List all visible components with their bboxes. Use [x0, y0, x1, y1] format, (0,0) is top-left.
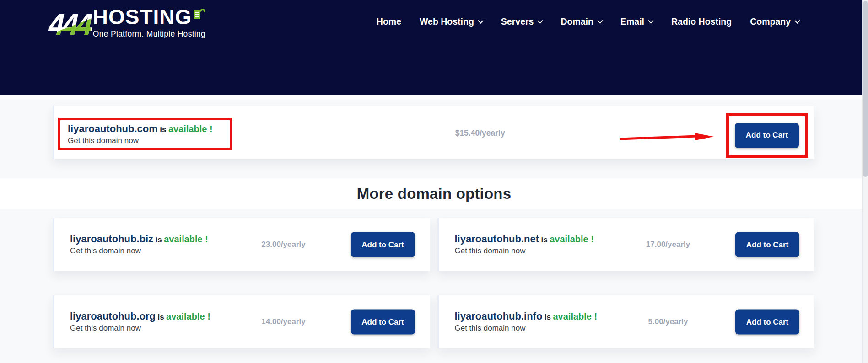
domain-result-card: liyaroautohub.com is available ! Get thi… [53, 106, 814, 159]
chevron-down-icon [478, 18, 484, 24]
chevron-down-icon [648, 18, 654, 24]
scrollbar-track[interactable] [862, 0, 868, 363]
hosting-server-icon [193, 6, 205, 20]
domain-result-text: liyaroautohub.org is available ! Get thi… [70, 310, 210, 333]
domain-price: 23.00/yearly [261, 240, 305, 249]
add-to-cart-button[interactable]: Add to Cart [735, 310, 799, 335]
nav-label: Web Hosting [420, 16, 474, 27]
scrollbar-thumb[interactable] [863, 1, 868, 177]
domain-name: liyaroautohub.net [455, 233, 539, 245]
chevron-down-icon [794, 18, 800, 24]
nav-label: Company [750, 16, 791, 27]
availability-status: available ! [550, 234, 594, 244]
domain-subtitle: Get this domain now [455, 246, 594, 256]
domain-result-text: liyaroautohub.net is available ! Get thi… [455, 233, 594, 256]
nav-item-domain[interactable]: Domain [561, 16, 602, 27]
nav-item-servers[interactable]: Servers [501, 16, 543, 27]
logo-444: 444 444 [49, 11, 91, 39]
connector-text: is [160, 125, 166, 134]
domain-name: liyaroautohub.info [455, 310, 543, 322]
annotation-box-button: Add to Cart [726, 113, 808, 158]
nav-label: Radio Hosting [671, 16, 732, 27]
domain-result-text: liyaroautohub.info is available ! Get th… [455, 310, 598, 333]
availability-status: available ! [164, 234, 208, 244]
main-nav: Home Web Hosting Servers Domain Email Ra… [377, 16, 799, 27]
nav-item-home[interactable]: Home [377, 16, 401, 27]
annotation-box-domain: liyaroautohub.com is available ! Get thi… [58, 118, 232, 150]
nav-item-web-hosting[interactable]: Web Hosting [420, 16, 483, 27]
nav-item-radio-hosting[interactable]: Radio Hosting [671, 16, 732, 27]
annotation-arrow [618, 132, 715, 142]
availability-status: available ! [168, 124, 213, 134]
domain-price: 14.00/yearly [261, 317, 305, 326]
nav-item-company[interactable]: Company [750, 16, 799, 27]
nav-label: Home [377, 16, 401, 27]
domain-price: 5.00/yearly [648, 317, 688, 326]
domain-name: liyaroautohub.com [68, 123, 158, 134]
add-to-cart-button[interactable]: Add to Cart [735, 232, 799, 257]
domain-subtitle: Get this domain now [68, 136, 213, 145]
chevron-down-icon [538, 18, 544, 24]
domain-option-card-net: liyaroautohub.net is available ! Get thi… [437, 218, 815, 271]
chevron-down-icon [597, 18, 603, 24]
logo-name: HOSTING [93, 6, 192, 27]
site-header: 444 444 HOSTING One Platform. Multiple H… [0, 0, 868, 95]
domain-name: liyaroautohub.org [70, 310, 156, 322]
add-to-cart-button[interactable]: Add to Cart [735, 123, 799, 148]
domain-options-section: liyaroautohub.biz is available ! Get thi… [0, 209, 868, 363]
domain-subtitle: Get this domain now [455, 324, 598, 333]
logo-text: HOSTING One Platform. Multiple Hosting [93, 6, 206, 39]
domain-subtitle: Get this domain now [70, 246, 208, 256]
domain-option-card-biz: liyaroautohub.biz is available ! Get thi… [53, 218, 430, 271]
domain-option-card-org: liyaroautohub.org is available ! Get thi… [53, 295, 430, 348]
add-to-cart-button[interactable]: Add to Cart [351, 232, 415, 257]
availability-status: available ! [166, 311, 210, 321]
connector-text: is [156, 235, 162, 244]
domain-result-text: liyaroautohub.com is available ! Get thi… [68, 123, 213, 145]
add-to-cart-button[interactable]: Add to Cart [351, 310, 415, 335]
connector-text: is [541, 235, 548, 244]
domain-name: liyaroautohub.biz [70, 233, 153, 245]
page: 444 444 HOSTING One Platform. Multiple H… [0, 0, 868, 363]
domain-price: 17.00/yearly [646, 240, 690, 249]
nav-label: Servers [501, 16, 534, 27]
domain-option-card-info: liyaroautohub.info is available ! Get th… [437, 295, 815, 348]
domain-subtitle: Get this domain now [70, 324, 210, 333]
nav-item-email[interactable]: Email [620, 16, 653, 27]
domain-options-grid: liyaroautohub.biz is available ! Get thi… [53, 218, 814, 348]
search-result-section: liyaroautohub.com is available ! Get thi… [0, 100, 868, 178]
domain-price: $15.40/yearly [455, 128, 505, 138]
connector-text: is [545, 313, 551, 321]
availability-status: available ! [553, 311, 597, 321]
domain-result-text: liyaroautohub.biz is available ! Get thi… [70, 233, 208, 256]
brand-logo[interactable]: 444 444 HOSTING One Platform. Multiple H… [49, 6, 205, 39]
nav-label: Email [620, 16, 644, 27]
connector-text: is [157, 313, 164, 321]
logo-tagline: One Platform. Multiple Hosting [93, 29, 206, 39]
nav-label: Domain [561, 16, 593, 27]
header-spacer [0, 95, 868, 100]
page-title: More domain options [357, 185, 511, 203]
more-options-band: More domain options [0, 178, 868, 209]
